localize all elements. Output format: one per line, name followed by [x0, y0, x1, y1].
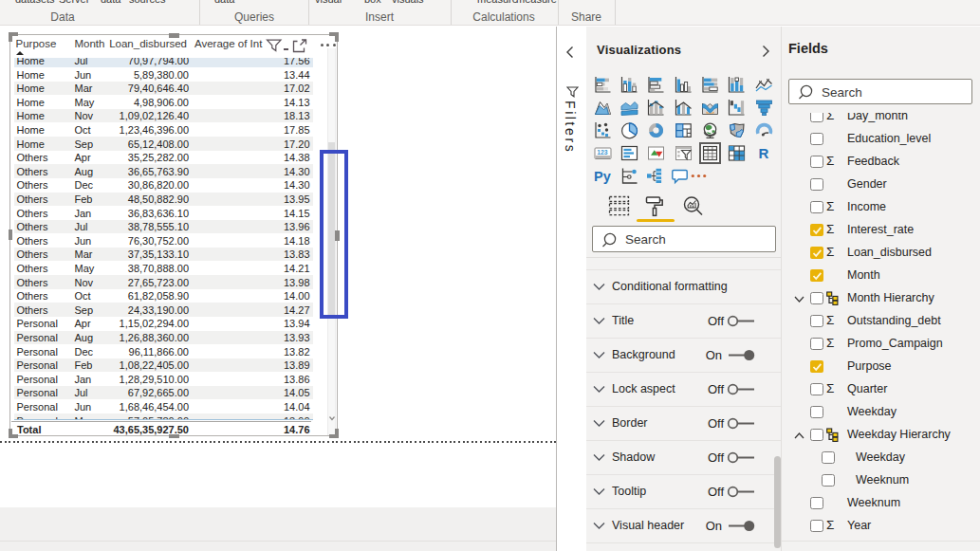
svg-text:Py: Py: [594, 168, 611, 183]
svg-text:123: 123: [597, 149, 608, 156]
svg-text:R: R: [758, 145, 768, 161]
